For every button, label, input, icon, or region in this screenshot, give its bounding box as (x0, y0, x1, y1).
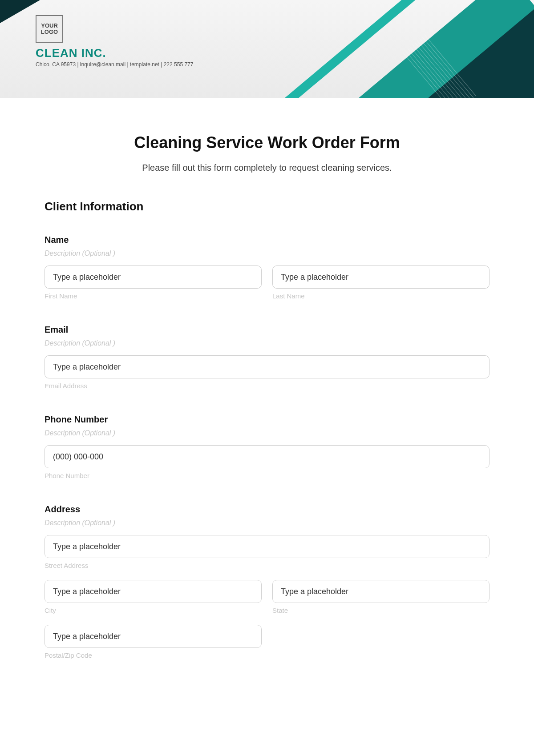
email-input[interactable] (44, 355, 490, 378)
sub-zip: Postal/Zip Code (44, 651, 262, 659)
last-name-input[interactable] (272, 265, 490, 289)
desc-name: Description (Optional ) (44, 249, 490, 257)
city-input[interactable] (44, 580, 262, 603)
field-group-address: Address Description (Optional ) Street A… (44, 504, 490, 659)
sub-last-name: Last Name (272, 292, 490, 300)
label-name: Name (44, 235, 490, 245)
phone-input[interactable] (44, 445, 490, 468)
field-group-phone: Phone Number Description (Optional ) Pho… (44, 414, 490, 479)
sub-first-name: First Name (44, 292, 262, 300)
field-group-name: Name Description (Optional ) First Name … (44, 235, 490, 300)
label-email: Email (44, 325, 490, 335)
desc-address: Description (Optional ) (44, 519, 490, 527)
label-phone: Phone Number (44, 414, 490, 425)
company-name: CLEAN INC. (36, 46, 106, 60)
company-contact-line: Chico, CA 95973 | inquire@clean.mail | t… (36, 61, 193, 68)
form-subtitle: Please fill out this form completely to … (44, 163, 490, 173)
decor-corner-left (0, 0, 40, 31)
desc-phone: Description (Optional ) (44, 429, 490, 437)
street-address-input[interactable] (44, 535, 490, 558)
zip-input[interactable] (44, 625, 262, 648)
document-header: YOUR LOGO CLEAN INC. Chico, CA 95973 | i… (0, 0, 534, 98)
desc-email: Description (Optional ) (44, 339, 490, 347)
sub-state: State (272, 607, 490, 614)
section-client-information: Client Information (44, 200, 490, 213)
first-name-input[interactable] (44, 265, 262, 289)
sub-city: City (44, 607, 262, 614)
field-group-email: Email Description (Optional ) Email Addr… (44, 325, 490, 390)
sub-street: Street Address (44, 562, 490, 569)
state-input[interactable] (272, 580, 490, 603)
sub-email: Email Address (44, 382, 490, 390)
label-address: Address (44, 504, 490, 515)
form-body: Cleaning Service Work Order Form Please … (0, 98, 534, 659)
sub-phone: Phone Number (44, 472, 490, 479)
form-title: Cleaning Service Work Order Form (44, 133, 490, 152)
logo-placeholder: YOUR LOGO (36, 15, 63, 43)
